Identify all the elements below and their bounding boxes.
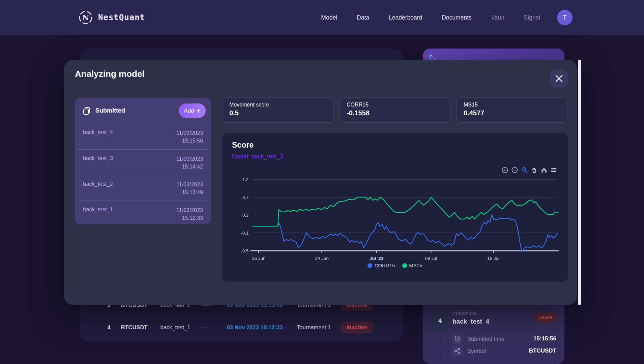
app-screen: N NestQuant Model Data Leaderboard Docum…: [0, 0, 644, 364]
status-badge[interactable]: Inactive: [341, 321, 373, 333]
score-line-chart[interactable]: 1.20.70.3-0.1-0.516 Jun24 JunJul '2308 J…: [222, 133, 568, 282]
submitted-item-name[interactable]: back_test_4: [83, 129, 113, 135]
zoom-out-icon[interactable]: [511, 167, 518, 173]
brand[interactable]: N NestQuant: [78, 10, 145, 25]
svg-text:16 Jun: 16 Jun: [252, 256, 266, 261]
add-label: Add: [184, 108, 194, 114]
submitted-models-panel: Submitted Add + back_test_4 11/03/202315…: [75, 98, 211, 224]
model-date: 11/03/2023: [452, 311, 477, 316]
svg-text:16 Jul: 16 Jul: [487, 256, 499, 261]
metric-label: CORR15: [347, 102, 450, 108]
home-icon[interactable]: [541, 167, 547, 173]
submitted-item[interactable]: back_test_1 11/03/202315:12:33: [78, 201, 208, 226]
score-chart-card: Score Model: back_test_3: [222, 133, 568, 282]
submitted-item-datetime: 11/03/202315:15:56: [176, 129, 203, 145]
svg-text:-0.1: -0.1: [241, 231, 248, 236]
nav-data[interactable]: Data: [357, 14, 369, 21]
nav-model[interactable]: Model: [321, 14, 337, 21]
detail-label: Submitted time: [467, 336, 504, 342]
submitted-item-name[interactable]: back_test_3: [83, 155, 113, 161]
submitted-title: Submitted: [95, 107, 125, 114]
dialog-title: Analyzing model: [75, 69, 145, 79]
clock-icon: [452, 333, 463, 344]
copy-icon: [82, 107, 91, 115]
metric-value: 0.5: [229, 109, 333, 117]
top-nav-bar: N NestQuant Model Data Leaderboard Docum…: [0, 0, 644, 35]
metric-card-ms15: MS15 0.4577: [457, 97, 568, 123]
metric-card-movement-score: Movement score 0.5: [222, 97, 333, 123]
nav-documents[interactable]: Documents: [442, 14, 472, 21]
user-avatar[interactable]: T: [557, 10, 573, 25]
detail-value: BTCUSDT: [529, 347, 556, 354]
detail-row: Symbol BTCUSDT: [452, 345, 556, 357]
legend-dot-green: [402, 263, 407, 268]
submitted-item-datetime: 11/03/202315:13:49: [176, 181, 203, 196]
menu-icon[interactable]: [551, 167, 557, 173]
submitted-item-datetime: 11/03/202315:14:42: [176, 155, 203, 171]
submitted-item[interactable]: back_test_3 11/03/202315:14:42: [78, 149, 208, 175]
nav-signal[interactable]: Signal: [524, 14, 540, 21]
legend-dot-blue: [368, 263, 372, 268]
metric-value: 0.4577: [464, 109, 567, 117]
metric-label: MS15: [464, 102, 567, 108]
nav-leaderboard[interactable]: Leaderboard: [389, 14, 422, 21]
plot-toolbar: [502, 167, 557, 173]
brand-name: NestQuant: [98, 13, 145, 22]
analyzing-model-dialog: Analyzing model Submitted Add + back_tes…: [64, 60, 577, 305]
add-model-button[interactable]: Add +: [179, 103, 206, 118]
chart-legend: CORR15 MS15: [222, 263, 568, 268]
nav-vault[interactable]: Vault: [491, 14, 504, 21]
metric-value: -0.1558: [347, 109, 450, 117]
pan-icon[interactable]: [531, 167, 537, 173]
nestquant-logo-icon: N: [78, 10, 93, 25]
submitted-header: Submitted Add +: [75, 98, 211, 124]
submitted-item-datetime: 11/03/202315:12:33: [176, 206, 203, 222]
share-icon: [452, 345, 463, 356]
svg-text:Jul '23: Jul '23: [370, 256, 384, 261]
svg-text:08 Jul: 08 Jul: [425, 256, 437, 261]
model-index-badge: 4: [432, 311, 448, 331]
row-tournament: Tournament 1: [283, 321, 345, 334]
plus-icon: +: [196, 107, 200, 114]
svg-text:24 Jun: 24 Jun: [315, 256, 329, 261]
submitted-item-name[interactable]: back_test_2: [83, 181, 113, 187]
row-model-name: back_test_1: [152, 321, 199, 334]
table-row[interactable]: 4 BTCUSDT back_test_1 ---- 03 Nov 2023 1…: [80, 321, 403, 334]
row-number: 4: [100, 321, 117, 334]
box-select-icon[interactable]: [521, 167, 528, 173]
svg-text:-0.5: -0.5: [241, 248, 248, 253]
main-nav: Model Data Leaderboard Documents Vault S…: [321, 14, 540, 21]
legend-label: MS15: [409, 263, 422, 268]
close-icon: [555, 74, 563, 83]
zoom-in-icon[interactable]: [502, 167, 508, 173]
svg-text:N: N: [82, 13, 89, 22]
submitted-item[interactable]: back_test_4 11/03/202315:15:56: [78, 124, 208, 149]
submitted-item[interactable]: back_test_2 11/03/202315:13:49: [78, 175, 208, 201]
metric-card-corr15: CORR15 -0.1558: [340, 97, 451, 123]
row-symbol: BTCUSDT: [116, 321, 153, 334]
modal-scrollbar[interactable]: [578, 60, 581, 305]
submitted-item-name[interactable]: back_test_1: [83, 206, 113, 213]
detail-row: Submitted time 15:15:56: [452, 333, 556, 345]
legend-corr15[interactable]: CORR15: [368, 263, 395, 268]
svg-text:0.3: 0.3: [242, 213, 248, 218]
close-button[interactable]: [550, 70, 568, 87]
row-placeholder: ----: [197, 321, 217, 334]
delete-button[interactable]: Delete: [534, 312, 557, 323]
detail-label: Symbol: [467, 348, 486, 354]
row-date[interactable]: 03 Nov 2023 15:12:33: [217, 321, 293, 334]
detail-value: 15:15:56: [533, 335, 556, 342]
svg-text:0.7: 0.7: [242, 195, 248, 200]
metric-label: Movement score: [229, 102, 333, 108]
svg-text:1.2: 1.2: [242, 177, 248, 182]
model-name: back_test_4: [452, 318, 489, 325]
legend-ms15[interactable]: MS15: [402, 263, 422, 268]
timeline-dashed-line: [440, 333, 440, 364]
legend-label: CORR15: [374, 263, 395, 268]
